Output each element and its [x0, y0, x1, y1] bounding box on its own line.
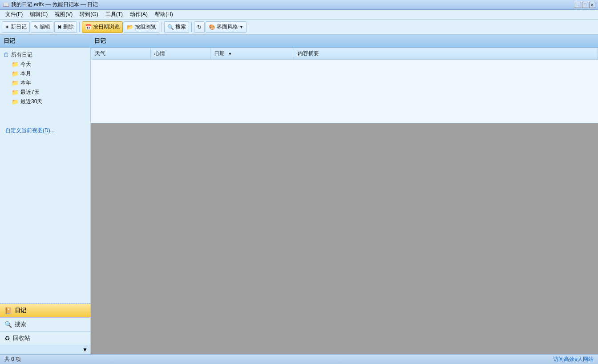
edit-icon: ✎: [34, 24, 38, 30]
title-bar: 📖 我的日记.edfx — 效能日记本 — 日记 ─ □ ✕: [0, 0, 598, 10]
by-group-icon: 📂: [127, 24, 133, 30]
title-bar-controls: ─ □ ✕: [575, 2, 595, 8]
toolbar-separator-2: [162, 22, 162, 32]
col-mood: 心情: [151, 48, 210, 60]
menu-edit[interactable]: 编辑(E): [26, 10, 51, 19]
delete-label: 删除: [63, 23, 74, 31]
toolbar-by-date-button[interactable]: 📅 按日期浏览: [82, 21, 123, 33]
folder-icon-today: 📁: [12, 61, 19, 68]
toolbar-separator-1: [79, 22, 80, 32]
maximize-button[interactable]: □: [582, 2, 588, 8]
menu-help[interactable]: 帮助(H): [151, 10, 177, 19]
col-summary: 内容摘要: [294, 48, 598, 60]
folder-icon-month: 📁: [12, 70, 19, 77]
sidebar-custom-view-link[interactable]: 自定义当前视图(D)...: [2, 124, 89, 137]
toolbar: ✦ 新日记 ✎ 编辑 ✖ 删除 📅 按日期浏览 📂 按组浏览 🔍 搜索 ↻ 🎨 …: [0, 20, 598, 35]
app-icon: 📖: [3, 2, 9, 8]
sidebar-nav-diary[interactable]: 📔 日记: [0, 304, 90, 318]
sidebar-item-this-month[interactable]: 📁 本月: [10, 69, 89, 78]
sidebar-item-last-7[interactable]: 📁 最近7天: [10, 88, 89, 97]
search-nav-icon: 🔍: [4, 321, 12, 328]
sidebar-item-today[interactable]: 📁 今天: [10, 60, 89, 69]
right-panel: 日记 天气 心情 日期 ▼ 内容摘要: [91, 35, 598, 354]
sidebar-bottom: 📔 日记 🔍 搜索 ♻ 回收站 ▼: [0, 303, 90, 354]
delete-icon: ✖: [57, 24, 62, 30]
refresh-icon: ↻: [197, 24, 202, 30]
dropdown-icon: ▼: [82, 347, 88, 353]
right-panel-header: 日记: [91, 35, 598, 48]
today-label: 今天: [20, 61, 31, 68]
diary-nav-label: 日记: [15, 307, 26, 315]
sidebar-item-this-year[interactable]: 📁 本年: [10, 78, 89, 88]
toolbar-separator-3: [191, 22, 192, 32]
folder-icon-last30: 📁: [12, 98, 19, 105]
status-count: 共 0 项: [4, 356, 21, 363]
last-30-label: 最近30天: [20, 98, 42, 105]
sidebar-dropdown-toggle[interactable]: ▼: [0, 345, 90, 354]
table-header-row: 天气 心情 日期 ▼ 内容摘要: [91, 48, 598, 60]
sidebar-tree: 🗒 所有日记 📁 今天 📁 本月 📁 本年 📁 最近7天: [0, 48, 90, 303]
folder-icon-year: 📁: [12, 80, 19, 86]
sidebar-nav-recycle[interactable]: ♻ 回收站: [0, 332, 90, 345]
menu-action[interactable]: 动作(A): [126, 10, 151, 19]
style-dropdown-icon: ▼: [239, 25, 243, 29]
diary-table: 天气 心情 日期 ▼ 内容摘要: [91, 48, 598, 60]
sort-icon: ▼: [228, 52, 232, 56]
edit-label: 编辑: [40, 23, 50, 31]
style-icon: 🎨: [209, 24, 215, 30]
search-icon: 🔍: [167, 24, 174, 30]
col-date: 日期 ▼: [210, 48, 294, 60]
main-area: 日记 🗒 所有日记 📁 今天 📁 本月 📁 本年: [0, 35, 598, 354]
this-year-label: 本年: [20, 79, 31, 87]
style-label: 界面风格: [217, 23, 238, 31]
toolbar-delete-button[interactable]: ✖ 删除: [54, 21, 77, 33]
toolbar-edit-button[interactable]: ✎ 编辑: [31, 21, 53, 33]
new-label: 新日记: [11, 23, 27, 31]
title-text: 我的日记.edfx — 效能日记本 — 日记: [11, 1, 98, 8]
status-bar: 共 0 项 访问高效e人网站: [0, 354, 598, 364]
title-bar-left: 📖 我的日记.edfx — 效能日记本 — 日记: [3, 1, 98, 8]
this-month-label: 本月: [20, 70, 31, 77]
diary-nav-icon: 📔: [4, 307, 12, 314]
sidebar: 日记 🗒 所有日记 📁 今天 📁 本月 📁 本年: [0, 35, 91, 354]
last-7-label: 最近7天: [20, 89, 40, 96]
new-icon: ✦: [5, 24, 9, 30]
search-nav-label: 搜索: [15, 320, 26, 328]
sidebar-item-last-30[interactable]: 📁 最近30天: [10, 97, 89, 106]
diary-table-area: 天气 心情 日期 ▼ 内容摘要: [91, 48, 598, 123]
recycle-nav-icon: ♻: [4, 335, 10, 342]
toolbar-style-button[interactable]: 🎨 界面风格 ▼: [206, 21, 246, 33]
close-button[interactable]: ✕: [589, 2, 595, 8]
menu-bar: 文件(F) 编辑(E) 视图(V) 转到(G) 工具(T) 动作(A) 帮助(H…: [0, 10, 598, 20]
all-diaries-label: 所有日记: [11, 51, 32, 59]
menu-file[interactable]: 文件(F): [2, 10, 26, 19]
menu-goto[interactable]: 转到(G): [76, 10, 101, 19]
col-weather: 天气: [91, 48, 151, 60]
sidebar-tree-all-diaries[interactable]: 🗒 所有日记: [2, 50, 89, 60]
status-website-link[interactable]: 访问高效e人网站: [553, 356, 594, 363]
by-date-label: 按日期浏览: [93, 23, 120, 31]
toolbar-search-button[interactable]: 🔍 搜索: [164, 21, 189, 33]
search-label: 搜索: [175, 23, 186, 31]
all-diaries-icon: 🗒: [4, 52, 9, 58]
diary-content-area: [91, 123, 598, 354]
folder-icon-last7: 📁: [12, 89, 19, 96]
recycle-nav-label: 回收站: [13, 334, 30, 342]
menu-tools[interactable]: 工具(T): [102, 10, 126, 19]
menu-view[interactable]: 视图(V): [51, 10, 76, 19]
by-date-icon: 📅: [85, 24, 92, 30]
sidebar-header: 日记: [0, 35, 90, 48]
sidebar-nav-search[interactable]: 🔍 搜索: [0, 318, 90, 332]
toolbar-by-group-button[interactable]: 📂 按组浏览: [124, 21, 159, 33]
toolbar-new-button[interactable]: ✦ 新日记: [2, 21, 30, 33]
toolbar-refresh-button[interactable]: ↻: [194, 21, 205, 33]
minimize-button[interactable]: ─: [575, 2, 581, 8]
by-group-label: 按组浏览: [135, 23, 156, 31]
sidebar-tree-children: 📁 今天 📁 本月 📁 本年 📁 最近7天 📁 最近30天: [2, 60, 89, 106]
